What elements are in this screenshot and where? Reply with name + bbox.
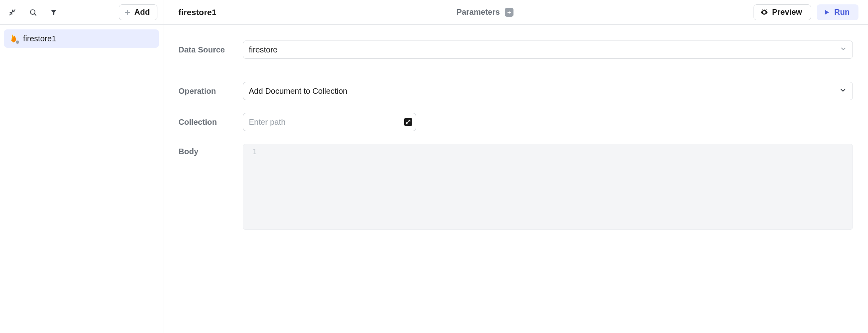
parameters-label: Parameters <box>457 8 500 17</box>
collection-input[interactable] <box>243 113 416 131</box>
play-icon <box>823 9 830 16</box>
add-button[interactable]: Add <box>119 4 157 20</box>
plus-icon <box>507 10 511 15</box>
data-source-value: firestore <box>249 45 277 54</box>
collection-label: Collection <box>178 118 243 127</box>
data-source-select[interactable]: firestore <box>243 41 853 59</box>
add-button-label: Add <box>134 8 150 17</box>
line-number: 1 <box>243 144 261 229</box>
sidebar-item-firestore1[interactable]: firestore1 <box>4 29 159 48</box>
search-icon[interactable] <box>26 6 40 19</box>
operation-value: Add Document to Collection <box>249 87 347 96</box>
filter-icon[interactable] <box>47 6 60 19</box>
sidebar-toolbar: Add <box>0 0 163 25</box>
svg-line-3 <box>35 14 36 15</box>
data-source-label: Data Source <box>178 45 243 54</box>
page-title: firestore1 <box>178 8 217 17</box>
body-label: Body <box>178 144 243 156</box>
firebase-icon <box>10 34 18 43</box>
body-editor[interactable]: 1 <box>243 144 853 230</box>
sidebar: Add firestore1 <box>0 0 163 333</box>
preview-button[interactable]: Preview <box>754 4 812 20</box>
query-form: Data Source firestore Operation Add Docu… <box>163 25 868 333</box>
expand-icon[interactable] <box>404 118 412 126</box>
main-panel: firestore1 Parameters <box>163 0 868 333</box>
svg-point-8 <box>762 9 763 10</box>
body-textarea[interactable] <box>261 144 852 229</box>
eye-icon <box>760 8 768 16</box>
run-button-label: Run <box>834 8 850 17</box>
svg-point-9 <box>764 9 765 10</box>
main-header: firestore1 Parameters <box>163 0 868 25</box>
plus-icon <box>124 9 131 16</box>
chevron-down-icon <box>840 45 847 54</box>
chevron-down-icon <box>839 86 847 96</box>
add-parameter-button[interactable] <box>505 8 513 17</box>
preview-button-label: Preview <box>772 8 802 17</box>
svg-point-10 <box>766 9 767 10</box>
run-button[interactable]: Run <box>817 4 858 20</box>
sidebar-list: firestore1 <box>0 25 163 52</box>
operation-label: Operation <box>178 87 243 96</box>
operation-select[interactable]: Add Document to Collection <box>243 82 853 100</box>
sidebar-item-label: firestore1 <box>23 34 56 43</box>
collapse-icon[interactable] <box>6 6 19 19</box>
